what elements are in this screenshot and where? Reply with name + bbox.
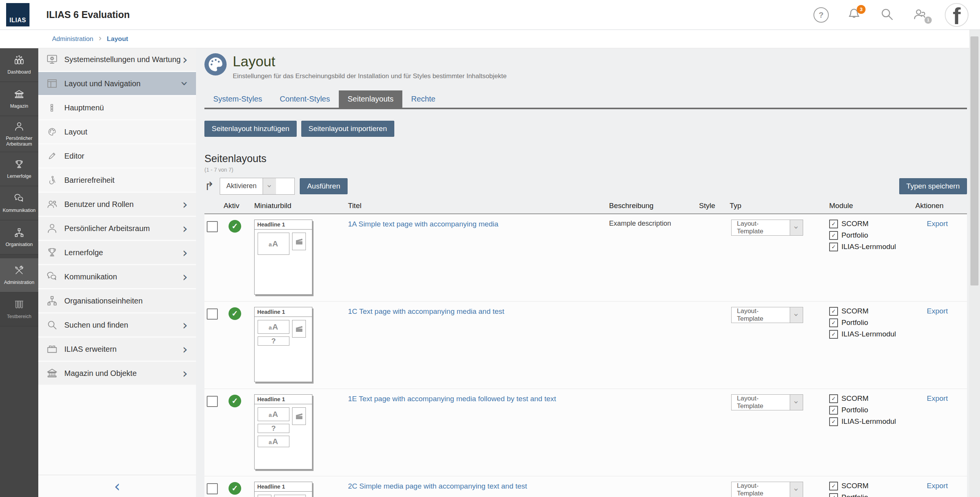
row-select-checkbox[interactable] [207, 221, 218, 232]
tab-rechte[interactable]: Rechte [402, 90, 444, 108]
rail-item-lernerfolge[interactable]: Lernerfolge [0, 152, 38, 186]
rail-item-kommunikation[interactable]: Kommunikation [0, 186, 38, 220]
tree-item-organisationseinheiten[interactable]: Organisationseinheiten [38, 289, 196, 312]
bulk-action-select[interactable]: Aktivieren › [220, 178, 295, 195]
module-checkbox[interactable]: ✓ [829, 394, 838, 403]
layout-thumbnail[interactable]: Headline 1aA?aA [254, 394, 312, 469]
avatar-letter: f [953, 4, 961, 27]
tree-item-persönlicher-arbeitsraum[interactable]: Persönlicher Arbeitsraum› [38, 217, 196, 240]
column-header-typ: Typ [730, 198, 829, 213]
module-checkbox[interactable]: ✓ [829, 493, 838, 497]
type-select[interactable]: Layout-Template› [731, 220, 803, 236]
module-label: ILIAS-Lernmodul [841, 417, 896, 426]
text-block: aA [258, 320, 289, 334]
row-select-checkbox[interactable] [207, 308, 218, 320]
column-header-miniaturbild: Miniaturbild [254, 198, 348, 213]
tree-item-kommunikation[interactable]: Kommunikation› [38, 265, 196, 288]
avatar[interactable]: f [945, 3, 969, 27]
notifications-badge: 3 [857, 5, 866, 14]
breadcrumb-administration[interactable]: Administration [52, 35, 93, 43]
rail-item-organisation[interactable]: Organisation [0, 220, 38, 254]
tree-item-suchen-und-finden[interactable]: Suchen und finden› [38, 313, 196, 336]
export-link[interactable]: Export [927, 220, 948, 228]
export-link[interactable]: Export [927, 394, 948, 403]
tree-item-magazin-und-objekte[interactable]: Magazin und Objekte› [38, 362, 196, 385]
module-checkbox[interactable]: ✓ [829, 330, 838, 339]
tree-item-layout-und-navigation[interactable]: Layout und Navigation› [38, 72, 196, 95]
media-block [292, 320, 306, 338]
save-types-button[interactable]: Typen speichern [899, 178, 967, 194]
notifications-button[interactable]: 3 [846, 7, 862, 23]
tab-seitenlayouts[interactable]: Seitenlayouts [339, 90, 402, 108]
module-option: ✓Portfolio [829, 231, 912, 240]
execute-button[interactable]: Ausführen [300, 178, 348, 194]
tree-item-lernerfolge[interactable]: Lernerfolge› [38, 241, 196, 264]
row-title-link[interactable]: 1C Text page with accompanying media and… [348, 307, 519, 317]
module-checkbox[interactable]: ✓ [829, 307, 838, 316]
bulk-action-toolbar: ↱ Aktivieren › Ausführen Typen speichern [204, 178, 967, 195]
rail-item-label: Kommunikation [3, 208, 36, 213]
online-users-button[interactable]: 1 [912, 7, 928, 23]
tree-item-hauptmenü[interactable]: Hauptmenü [38, 96, 196, 119]
module-checkbox[interactable]: ✓ [829, 243, 838, 251]
export-link[interactable]: Export [927, 482, 948, 490]
module-checkbox[interactable]: ✓ [829, 318, 838, 327]
breadcrumb-layout[interactable]: Layout [107, 35, 128, 43]
type-select[interactable]: Layout-Template› [731, 307, 803, 323]
thumbnail-headline: Headline 1 [255, 220, 312, 230]
type-select[interactable]: Layout-Template› [731, 394, 803, 410]
search-icon [46, 319, 58, 331]
administration-tree: Systemeinstellungen und Wartung›Layout u… [38, 48, 196, 497]
module-checkbox[interactable]: ✓ [829, 231, 838, 240]
ilias-logo-text: ILIAS [10, 17, 26, 26]
module-label: ILIAS-Lernmodul [841, 243, 896, 251]
tab-system-styles[interactable]: System-Styles [204, 90, 271, 108]
row-select-checkbox[interactable] [207, 483, 218, 494]
tree-item-ilias-erweitern[interactable]: ILIAS erweitern› [38, 338, 196, 361]
row-select-checkbox[interactable] [207, 396, 218, 407]
tab-content-styles[interactable]: Content-Styles [271, 90, 339, 108]
add-pagelayout-button[interactable]: Seitenlayout hinzufügen [204, 121, 297, 137]
import-pagelayout-button[interactable]: Seitenlayout importieren [301, 121, 394, 137]
rail-item-magazin[interactable]: Magazin [0, 82, 38, 116]
bulk-action-value: Aktivieren [220, 178, 263, 194]
type-select[interactable]: Layout-Template› [731, 482, 803, 497]
tree-item-benutzer-und-rollen[interactable]: Benutzer und Rollen› [38, 193, 196, 216]
row-title-link[interactable]: 1E Text page with accompanying media fol… [348, 394, 572, 404]
export-link[interactable]: Export [927, 307, 948, 315]
help-button[interactable]: ? [813, 7, 829, 23]
rail-item-testbereich[interactable]: Testbereich [0, 292, 38, 326]
rail-item-dashboard[interactable]: Dashboard [0, 48, 38, 82]
search-button[interactable] [879, 7, 895, 23]
row-title-link[interactable]: 1A Simple text page with accompanying me… [348, 220, 514, 229]
scrollbar-thumb[interactable] [970, 36, 978, 285]
breadcrumb: Administration › Layout [52, 35, 128, 43]
layout-thumbnail[interactable]: Headline 1aA [254, 220, 312, 295]
tree-item-layout[interactable]: Layout [38, 120, 196, 143]
tree-item-editor[interactable]: Editor [38, 144, 196, 167]
module-checkbox[interactable]: ✓ [829, 220, 838, 228]
tree-item-label: Layout [64, 128, 188, 136]
collapse-sidebar-button[interactable]: ‹ [38, 475, 196, 497]
layout-thumbnail[interactable]: Headline 1aA? [254, 482, 312, 497]
active-check-icon: ✓ [229, 395, 241, 407]
module-label: SCORM [841, 307, 869, 315]
module-checkbox[interactable]: ✓ [829, 482, 838, 490]
module-checkbox[interactable]: ✓ [829, 417, 838, 426]
rail-item-administration[interactable]: Administration [0, 258, 38, 292]
chevron-down-icon: › [790, 220, 803, 235]
column-header-aktiv: Aktiv [224, 198, 254, 213]
tree-item-barrierefreiheit[interactable]: Barrierefreiheit [38, 169, 196, 192]
page-title: Layout [233, 54, 506, 70]
rail-item-persönlicher-arbeitsraum[interactable]: Persönlicher Arbeitsraum [0, 116, 38, 152]
help-icon: ? [813, 7, 829, 23]
row-style [699, 394, 730, 476]
top-header: ILIAS ILIAS 6 Evaluation ? 3 [0, 0, 980, 30]
breadcrumb-separator-icon: › [99, 34, 101, 43]
ilias-logo[interactable]: ILIAS [6, 3, 29, 26]
layout-thumbnail[interactable]: Headline 1aA? [254, 307, 312, 382]
module-checkbox[interactable]: ✓ [829, 406, 838, 415]
row-title-link[interactable]: 2C Simple media page with accompanying t… [348, 482, 542, 491]
tree-item-label: Suchen und finden [64, 321, 182, 330]
tree-item-systemeinstellungen-und-wartung[interactable]: Systemeinstellungen und Wartung› [38, 48, 196, 71]
